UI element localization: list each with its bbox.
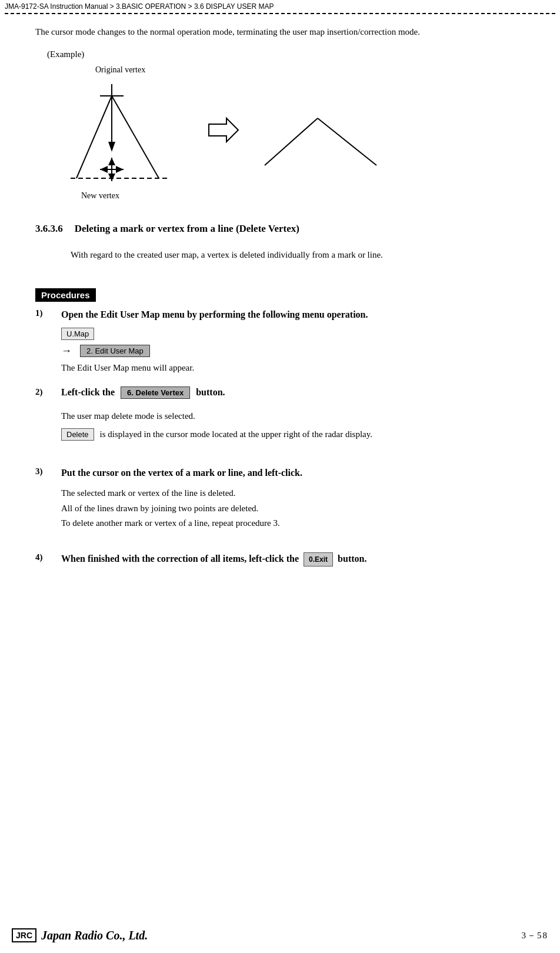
step-4-content: When finished with the correction of all… bbox=[61, 552, 525, 572]
step-2-delete-line: Delete is displayed in the cursor mode l… bbox=[61, 428, 525, 441]
svg-line-1 bbox=[112, 96, 159, 178]
example-block: (Example) Original vertex bbox=[35, 49, 525, 195]
page-number: 3－58 bbox=[522, 930, 549, 941]
diagram-area: Original vertex bbox=[59, 65, 513, 195]
step-1-content: Open the Edit User Map menu by performin… bbox=[61, 308, 525, 376]
step-3-content: Put the cursor on the vertex of a mark o… bbox=[61, 466, 525, 531]
step-3-number: 3) bbox=[35, 466, 52, 531]
step-1-number: 1) bbox=[35, 308, 52, 376]
step-1: 1) Open the Edit User Map menu by perfor… bbox=[35, 308, 525, 376]
svg-line-15 bbox=[318, 118, 376, 165]
edit-user-map-button[interactable]: 2. Edit User Map bbox=[80, 345, 150, 357]
jrc-label: JRC bbox=[12, 928, 36, 942]
step-4-prefix: When finished with the correction of all… bbox=[61, 552, 299, 566]
delete-badge: Delete bbox=[61, 428, 94, 441]
step-4: 4) When finished with the correction of … bbox=[35, 552, 525, 572]
step-3-line-3: To delete another mark or vertex of a li… bbox=[61, 516, 525, 531]
menu-nav: → 2. Edit User Map bbox=[61, 345, 525, 357]
svg-line-14 bbox=[265, 118, 318, 165]
left-diagram: Original vertex bbox=[59, 65, 188, 195]
step-3-line-2: All of the lines drawn by joining two po… bbox=[61, 501, 525, 517]
section-header: 3.6.3.6 Deleting a mark or vertex from a… bbox=[35, 212, 525, 242]
step-3-lines: The selected mark or vertex of the line … bbox=[61, 486, 525, 531]
svg-marker-6 bbox=[108, 142, 115, 152]
step-2-number: 2) bbox=[35, 386, 52, 446]
section-title: Deleting a mark or vertex from a line (D… bbox=[75, 223, 299, 235]
step-3-title: Put the cursor on the vertex of a mark o… bbox=[61, 466, 525, 480]
procedures-badge: Procedures bbox=[35, 288, 96, 302]
svg-marker-10 bbox=[108, 174, 115, 181]
footer-logo: JRC Japan Radio Co., Ltd. bbox=[12, 928, 148, 942]
delete-vertex-button[interactable]: 6. Delete Vertex bbox=[121, 386, 190, 399]
step-2-note2: is displayed in the cursor mode located … bbox=[100, 429, 372, 439]
step-4-number: 4) bbox=[35, 552, 52, 572]
step-3: 3) Put the cursor on the vertex of a mar… bbox=[35, 466, 525, 531]
company-name: Japan Radio Co., Ltd. bbox=[41, 929, 148, 942]
arrow-right bbox=[206, 115, 241, 145]
right-diagram bbox=[259, 106, 388, 177]
step-1-note: The Edit User Map menu will appear. bbox=[61, 361, 525, 376]
svg-marker-9 bbox=[108, 158, 115, 165]
right-diagram-svg bbox=[259, 106, 388, 183]
section-number: 3.6.3.6 bbox=[35, 223, 63, 235]
step-2-note1: The user map delete mode is selected. bbox=[61, 409, 525, 424]
step-2-suffix: button. bbox=[196, 387, 225, 398]
step-3-line-1: The selected mark or vertex of the line … bbox=[61, 486, 525, 501]
step-2-title: Left-click the 6. Delete Vertex button. bbox=[61, 386, 525, 399]
step-2-prefix: Left-click the bbox=[61, 387, 115, 398]
arrow-right-svg bbox=[206, 115, 241, 145]
example-label: (Example) bbox=[47, 49, 525, 59]
step-1-title: Open the Edit User Map menu by performin… bbox=[61, 308, 525, 322]
new-vertex-label: New vertex bbox=[81, 191, 119, 201]
nav-arrow: → bbox=[61, 345, 72, 357]
step-2-content: Left-click the 6. Delete Vertex button. … bbox=[61, 386, 525, 446]
svg-marker-13 bbox=[209, 118, 238, 142]
step-4-title: When finished with the correction of all… bbox=[61, 552, 525, 567]
intro-text: The cursor mode changes to the normal op… bbox=[35, 25, 525, 39]
section-description: With regard to the created user map, a v… bbox=[71, 248, 525, 262]
svg-marker-12 bbox=[116, 166, 124, 173]
left-diagram-svg bbox=[59, 78, 188, 202]
original-vertex-label: Original vertex bbox=[95, 65, 145, 75]
exit-button[interactable]: 0.Exit bbox=[304, 552, 333, 567]
umap-button[interactable]: U.Map bbox=[61, 328, 94, 340]
step-4-suffix: button. bbox=[338, 552, 366, 566]
svg-line-0 bbox=[76, 96, 112, 178]
breadcrumb: JMA-9172-SA Instruction Manual > 3.BASIC… bbox=[0, 0, 560, 13]
svg-marker-11 bbox=[100, 166, 108, 173]
step-2: 2) Left-click the 6. Delete Vertex butto… bbox=[35, 386, 525, 446]
footer: JRC Japan Radio Co., Ltd. 3－58 bbox=[0, 928, 560, 942]
